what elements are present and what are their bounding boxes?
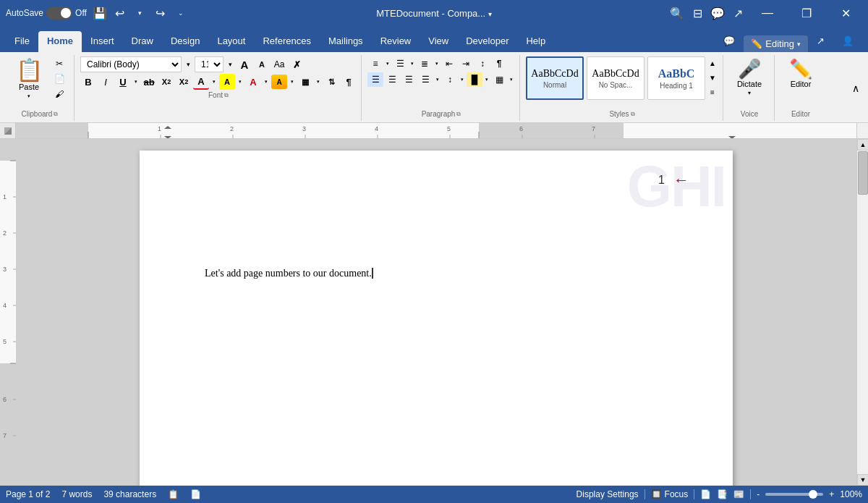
styles-expand-icon[interactable]: ⧉	[631, 111, 635, 118]
style-heading1[interactable]: AaBbC Heading 1	[647, 56, 705, 100]
format-painter-button[interactable]: 🖌	[49, 87, 69, 101]
decrease-indent-button[interactable]: ⇤	[441, 56, 457, 71]
justify-dropdown[interactable]: ▾	[434, 72, 441, 87]
font-family-selector[interactable]: Calibri (Body)	[80, 56, 182, 72]
tab-draw[interactable]: Draw	[123, 31, 162, 52]
zoom-thumb[interactable]	[809, 490, 817, 499]
customize-qat-icon[interactable]: ⌄	[174, 6, 188, 20]
superscript-button[interactable]: X2	[176, 74, 192, 90]
undo-dropdown-icon[interactable]: ▾	[133, 6, 148, 20]
font-expand-icon[interactable]: ⧉	[224, 92, 229, 99]
tab-profile[interactable]: 👤	[833, 31, 862, 52]
borders-para-button[interactable]: ▦	[491, 72, 507, 87]
comments-icon[interactable]: 💬	[710, 6, 725, 20]
show-formatting-button[interactable]: ¶	[491, 56, 507, 71]
clipboard-label[interactable]: Clipboard ⧉	[10, 109, 69, 119]
tab-help[interactable]: Help	[517, 31, 554, 52]
shading-para-button[interactable]: █	[467, 72, 482, 87]
zoom-slider[interactable]	[765, 493, 823, 496]
font-size-selector[interactable]: 11	[195, 56, 224, 72]
scroll-track[interactable]	[857, 151, 868, 474]
tab-view[interactable]: View	[420, 31, 457, 52]
paste-button[interactable]: 📋 Paste ▾	[10, 56, 48, 103]
shading-para-dropdown[interactable]: ▾	[483, 72, 490, 87]
search-icon[interactable]: 🔍	[670, 6, 684, 20]
text-color-button[interactable]: A	[245, 74, 261, 90]
dictate-dropdown[interactable]: ▾	[748, 90, 751, 96]
vertical-scrollbar[interactable]: ▲ ▼	[856, 139, 868, 486]
zoom-plus-button[interactable]: +	[829, 489, 834, 499]
tab-insert[interactable]: Insert	[82, 31, 123, 52]
borders-button[interactable]: ▦	[297, 74, 313, 90]
restore-button[interactable]: ❐	[790, 0, 823, 26]
page-info[interactable]: Page 1 of 2	[6, 489, 50, 499]
tab-design[interactable]: Design	[162, 31, 208, 52]
align-center-button[interactable]: ☰	[384, 72, 400, 87]
editor-button[interactable]: ✏️ Editor	[780, 56, 821, 91]
line-spacing-button[interactable]: ↕	[442, 72, 458, 87]
track-changes-icon[interactable]: 📄	[190, 489, 201, 499]
align-left-button[interactable]: ☰	[367, 72, 383, 87]
shading-dropdown[interactable]: ▾	[289, 75, 296, 89]
increase-indent-button[interactable]: ⇥	[458, 56, 474, 71]
borders-para-dropdown[interactable]: ▾	[508, 72, 515, 87]
underline-dropdown[interactable]: ▾	[132, 75, 140, 89]
font-color-dropdown[interactable]: ▾	[210, 75, 218, 89]
word-count[interactable]: 7 words	[61, 489, 92, 499]
style-normal[interactable]: AaBbCcDd Normal	[526, 56, 584, 100]
cut-button[interactable]: ✂	[49, 56, 69, 71]
tab-editing[interactable]: ✏️ Editing ▾	[744, 35, 808, 52]
numbering-dropdown[interactable]: ▾	[409, 56, 416, 71]
tab-home[interactable]: Home	[38, 31, 82, 52]
redo-icon[interactable]: ↪	[153, 6, 168, 20]
highlight-button[interactable]: A	[219, 74, 235, 90]
clear-format-button[interactable]: ✗	[289, 56, 305, 72]
paragraph-label[interactable]: Paragraph ⧉	[367, 109, 515, 119]
font-label[interactable]: Font ⧉	[80, 90, 357, 101]
justify-button[interactable]: ☰	[417, 72, 433, 87]
collapse-icon[interactable]: ∧	[852, 83, 859, 94]
bullets-dropdown[interactable]: ▾	[384, 56, 391, 71]
font-dropdown-icon[interactable]: ▾	[183, 57, 193, 72]
line-spacing-dropdown[interactable]: ▾	[459, 72, 466, 87]
paragraph-expand-icon[interactable]: ⧉	[456, 111, 461, 118]
bold-button[interactable]: B	[80, 74, 96, 90]
layout-page-icon[interactable]: 📄	[700, 489, 711, 499]
change-case-button[interactable]: Aa	[271, 56, 287, 72]
shading-button[interactable]: A	[271, 75, 287, 89]
minimize-button[interactable]: —	[751, 0, 784, 26]
document-content[interactable]: Let's add page numbers to our document.	[205, 266, 675, 281]
styles-label[interactable]: Styles ⧉	[526, 109, 718, 119]
tab-references[interactable]: References	[254, 31, 319, 52]
proofing-icon[interactable]: 📋	[168, 489, 179, 499]
document-area[interactable]: GHI 1 ← Let's add page numbers to our do…	[16, 139, 856, 486]
ribbon-display-icon[interactable]: ⊟	[690, 6, 705, 20]
italic-button[interactable]: I	[98, 74, 114, 90]
sort-button[interactable]: ⇅	[323, 74, 339, 90]
scroll-down-button[interactable]: ▼	[857, 474, 868, 486]
text-color-dropdown[interactable]: ▾	[263, 75, 270, 89]
layout-web-icon[interactable]: 📰	[733, 489, 744, 499]
autosave-section[interactable]: AutoSave Off	[6, 7, 87, 20]
undo-icon[interactable]: ↩	[113, 6, 127, 20]
tab-share[interactable]: ↗	[808, 31, 833, 52]
scroll-thumb[interactable]	[858, 151, 868, 195]
highlight-dropdown[interactable]: ▾	[237, 75, 244, 89]
size-dropdown-icon[interactable]: ▾	[225, 57, 235, 72]
zoom-minus-button[interactable]: -	[757, 489, 760, 499]
styles-scroll-down[interactable]: ▼	[707, 71, 718, 84]
layout-outline-icon[interactable]: 📑	[717, 489, 728, 499]
tab-comments[interactable]: 💬	[715, 31, 744, 52]
scroll-up-button[interactable]: ▲	[857, 139, 868, 151]
autosave-toggle[interactable]	[46, 7, 72, 20]
share-icon[interactable]: ↗	[731, 6, 745, 20]
underline-button[interactable]: U	[115, 74, 131, 90]
multilevel-button[interactable]: ≣	[417, 56, 433, 71]
strikethrough-button[interactable]: ab	[141, 74, 157, 90]
bullets-button[interactable]: ≡	[367, 56, 383, 71]
styles-expand[interactable]: ≡	[707, 85, 718, 98]
clipboard-expand-icon[interactable]: ⧉	[54, 111, 58, 118]
sort-para-button[interactable]: ↕	[475, 56, 490, 71]
styles-scroll-up[interactable]: ▲	[707, 56, 718, 69]
subscript-button[interactable]: X2	[158, 74, 174, 90]
